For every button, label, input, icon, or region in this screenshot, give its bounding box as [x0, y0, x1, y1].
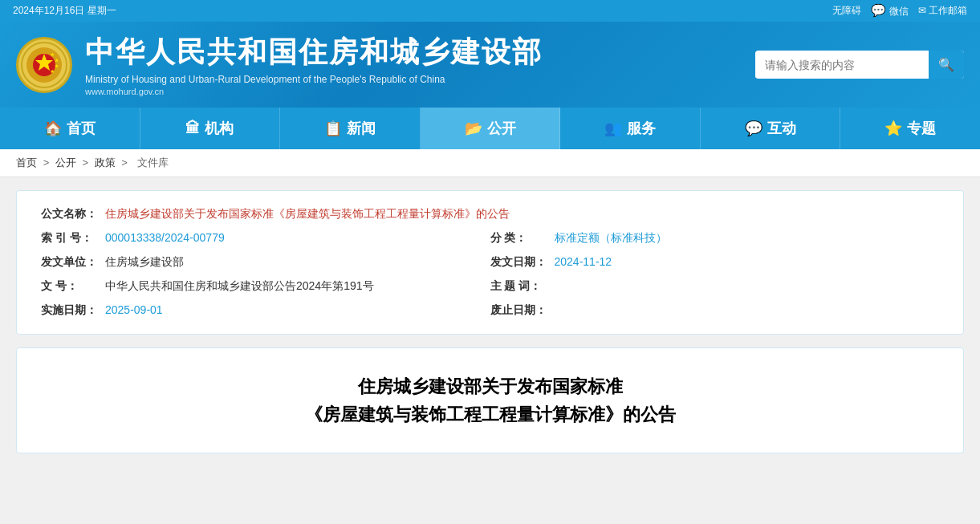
info-col-fawen-date: 发文日期： 2024-11-12 [490, 255, 940, 270]
suoyin-value: 000013338/2024-00779 [105, 231, 225, 244]
article-title-line2: 《房屋建筑与装饰工程工程量计算标准》的公告 [49, 400, 931, 429]
nav-item-open[interactable]: 📂 公开 [421, 108, 561, 149]
interact-icon: 💬 [745, 120, 762, 137]
date-display: 2024年12月16日 星期一 [13, 4, 116, 18]
gongwen-label: 公文名称： [41, 207, 105, 221]
wenhao-label: 文 号： [41, 279, 105, 294]
main-content: 公文名称： 住房城乡建设部关于发布国家标准《房屋建筑与装饰工程工程量计算标准》的… [0, 177, 980, 466]
info-row-fawen: 发文单位： 住房城乡建设部 发文日期： 2024-11-12 [41, 255, 939, 270]
mail-icon: ✉ [918, 5, 926, 16]
nav-item-home[interactable]: 🏠 首页 [0, 108, 140, 149]
article-title: 住房城乡建设部关于发布国家标准 《房屋建筑与装饰工程工程量计算标准》的公告 [49, 372, 931, 429]
info-col-feizhi: 废止日期： [490, 303, 940, 318]
nav-item-service[interactable]: 👥 服务 [560, 108, 701, 149]
article-title-line1: 住房城乡建设部关于发布国家标准 [49, 372, 931, 400]
fawen-date-label: 发文日期： [490, 255, 555, 270]
service-icon: 👥 [604, 120, 622, 137]
breadcrumb: 首页 > 公开 > 政策 > 文件库 [0, 149, 980, 177]
main-nav: 🏠 首页 🏛 机构 📋 新闻 📂 公开 👥 服务 💬 互动 ⭐ 专题 [0, 108, 980, 149]
institution-icon: 🏛 [185, 120, 200, 137]
info-card: 公文名称： 住房城乡建设部关于发布国家标准《房屋建筑与装饰工程工程量计算标准》的… [16, 190, 964, 335]
accessibility-link[interactable]: 无障碍 [832, 4, 861, 18]
nav-item-interact[interactable]: 💬 互动 [701, 108, 841, 149]
wechat-link[interactable]: 💬 微信 [871, 3, 908, 18]
article-card: 住房城乡建设部关于发布国家标准 《房屋建筑与装饰工程工程量计算标准》的公告 [16, 347, 964, 453]
nav-item-topic[interactable]: ⭐ 专题 [840, 108, 980, 149]
nav-label-service: 服务 [627, 119, 656, 138]
top-bar: 2024年12月16日 星期一 无障碍 💬 微信 ✉ 工作邮箱 [0, 0, 980, 22]
header-title-en: Ministry of Housing and Urban-Rural Deve… [85, 74, 543, 85]
info-col-zhuti: 主 题 词： [490, 279, 940, 294]
nav-label-open: 公开 [487, 119, 516, 138]
info-col-shishi: 实施日期： 2025-09-01 [41, 303, 490, 318]
mail-link[interactable]: ✉ 工作邮箱 [918, 4, 967, 18]
fawen-value: 住房城乡建设部 [105, 255, 184, 270]
nav-item-news[interactable]: 📋 新闻 [280, 108, 421, 149]
feizhi-label: 废止日期： [490, 303, 555, 318]
news-icon: 📋 [324, 120, 342, 137]
info-row-wenhao: 文 号： 中华人民共和国住房和城乡建设部公告2024年第191号 主 题 词： [41, 279, 939, 294]
nav-label-jigou: 机构 [205, 119, 234, 138]
info-row-shishi: 实施日期： 2025-09-01 废止日期： [41, 303, 939, 318]
breadcrumb-open[interactable]: 公开 [55, 156, 76, 169]
breadcrumb-policy[interactable]: 政策 [95, 156, 116, 169]
suoyin-label: 索 引 号： [41, 231, 105, 246]
home-icon: 🏠 [44, 120, 62, 137]
nav-label-home: 首页 [67, 119, 96, 138]
gongwen-value: 住房城乡建设部关于发布国家标准《房屋建筑与装饰工程工程量计算标准》的公告 [105, 207, 510, 221]
nav-label-interact: 互动 [767, 119, 796, 138]
header-url: www.mohurd.gov.cn [85, 87, 543, 96]
fawen-date-value: 2024-11-12 [555, 255, 612, 268]
nav-label-news: 新闻 [347, 119, 376, 138]
wenhao-value: 中华人民共和国住房和城乡建设部公告2024年第191号 [105, 279, 374, 294]
open-icon: 📂 [465, 120, 482, 137]
header-left: 中华人民共和国住房和城乡建设部 Ministry of Housing and … [16, 33, 543, 96]
shishi-value: 2025-09-01 [105, 303, 163, 316]
zhuti-label: 主 题 词： [490, 279, 555, 294]
info-col-fen: 分 类： 标准定额（标准科技） [490, 231, 940, 246]
header: 中华人民共和国住房和城乡建设部 Ministry of Housing and … [0, 22, 980, 108]
breadcrumb-current: 文件库 [137, 156, 169, 169]
fawen-label: 发文单位： [41, 255, 105, 270]
info-col-suoyin: 索 引 号： 000013338/2024-00779 [41, 231, 490, 246]
breadcrumb-sep3: > [121, 156, 130, 169]
header-title-cn: 中华人民共和国住房和城乡建设部 [85, 33, 543, 72]
search-box: 🔍 [755, 51, 964, 79]
search-input[interactable] [755, 52, 929, 78]
top-bar-right: 无障碍 💬 微信 ✉ 工作邮箱 [832, 3, 967, 18]
header-title-block: 中华人民共和国住房和城乡建设部 Ministry of Housing and … [85, 33, 543, 96]
breadcrumb-sep2: > [82, 156, 91, 169]
search-button[interactable]: 🔍 [929, 51, 964, 79]
logo [16, 37, 72, 93]
breadcrumb-home[interactable]: 首页 [16, 156, 37, 169]
info-row-suoyin: 索 引 号： 000013338/2024-00779 分 类： 标准定额（标准… [41, 231, 939, 246]
info-col-wenhao: 文 号： 中华人民共和国住房和城乡建设部公告2024年第191号 [41, 279, 490, 294]
fen-value: 标准定额（标准科技） [555, 231, 667, 246]
info-col-fawen-unit: 发文单位： 住房城乡建设部 [41, 255, 490, 270]
breadcrumb-sep1: > [43, 156, 52, 169]
info-row-gongwen: 公文名称： 住房城乡建设部关于发布国家标准《房屋建筑与装饰工程工程量计算标准》的… [41, 207, 939, 221]
wechat-icon: 💬 [871, 3, 886, 17]
nav-item-jigou[interactable]: 🏛 机构 [140, 108, 281, 149]
nav-label-topic: 专题 [907, 119, 936, 138]
fen-label: 分 类： [490, 231, 555, 246]
shishi-label: 实施日期： [41, 303, 105, 318]
topic-icon: ⭐ [884, 120, 902, 137]
